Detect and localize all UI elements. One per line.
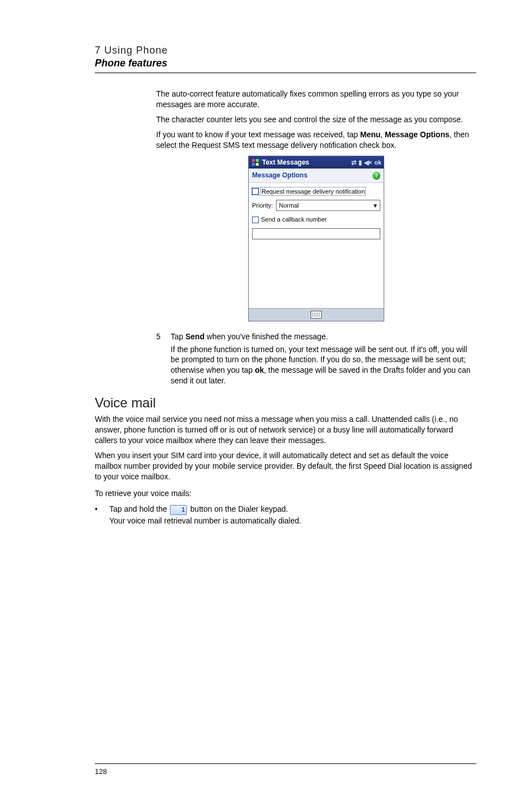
priority-select[interactable]: Normal ▼ (276, 200, 380, 211)
svg-rect-3 (256, 163, 259, 166)
voicemail-bullet-sub: Your voice mail retrieval number is auto… (109, 515, 476, 527)
intro-p2: The character counter lets you see and c… (156, 114, 476, 125)
intro-p3-mid: , (380, 130, 385, 139)
intro-p3-b1: Menu (360, 130, 381, 139)
step-5-text: Tap Send when you've finished the messag… (171, 331, 328, 342)
intro-block: The auto-correct feature automatically f… (156, 89, 476, 386)
start-icon[interactable] (251, 158, 260, 167)
svg-rect-0 (252, 159, 255, 162)
page-number: 128 (95, 763, 476, 776)
checkbox-callback[interactable] (252, 217, 259, 223)
svg-rect-2 (252, 163, 255, 166)
section-title: Phone features (95, 57, 476, 69)
svg-rect-1 (256, 159, 259, 162)
page: 7 Using Phone Phone features The auto-co… (0, 0, 532, 798)
intro-p3-pre: If you want to know if your text message… (156, 130, 360, 139)
help-icon[interactable]: ? (373, 172, 380, 180)
step-5-number: 5 (156, 331, 171, 342)
voicemail-bullet-text: Tap and hold the button on the Dialer ke… (109, 503, 476, 515)
step-5-follow-b: ok (255, 366, 264, 374)
checkbox-request-label: Request message delivery notification (261, 188, 365, 196)
mobile-subbar: Message Options ? (249, 169, 384, 182)
page-header: 7 Using Phone Phone features (95, 45, 476, 73)
voicemail-p1: With the voice mail service you need not… (95, 414, 476, 446)
voicemail-heading: Voice mail (95, 395, 476, 411)
mobile-subtitle: Message Options (252, 171, 307, 180)
step-5-b: Send (185, 332, 204, 341)
voicemail-bullet-post: button on the Dialer keypad. (188, 504, 288, 513)
voicemail-body: With the voice mail service you need not… (95, 414, 476, 527)
mobile-content: Request message delivery notification Pr… (249, 183, 384, 308)
connectivity-icon[interactable]: ⇄ (351, 158, 356, 167)
voicemail-p2: When you insert your SIM card into your … (95, 450, 476, 482)
checkbox-row-callback[interactable]: Send a callback number (252, 215, 380, 224)
step-5-followup: If the phone function is turned on, your… (171, 344, 476, 387)
volume-icon[interactable]: ◀× (364, 158, 372, 167)
intro-p3-b2: Message Options (385, 130, 449, 139)
mobile-bottombar (249, 308, 384, 321)
voicemail-bullet-pre: Tap and hold the (109, 504, 169, 513)
checkbox-callback-label: Send a callback number (261, 215, 327, 224)
chevron-down-icon: ▼ (372, 202, 379, 210)
ok-button[interactable]: ok (374, 158, 381, 167)
checkbox-row-request[interactable]: Request message delivery notification (252, 188, 380, 196)
step-5-post: when you've finished the message. (205, 332, 328, 341)
dialer-key-1-icon (170, 505, 187, 515)
step-5: 5 Tap Send when you've finished the mess… (156, 331, 476, 342)
screenshot-container: Text Messages ⇄ ▮ ◀× ok Message Options … (156, 156, 476, 321)
chapter-title: 7 Using Phone (95, 45, 476, 56)
bullet-dot: • (95, 503, 109, 515)
checkbox-request[interactable] (252, 188, 259, 195)
voicemail-task: To retrieve your voice mails: (95, 488, 476, 499)
mobile-titlebar: Text Messages ⇄ ▮ ◀× ok (249, 156, 384, 169)
mobile-tray: ⇄ ▮ ◀× ok (351, 158, 381, 167)
mobile-title: Text Messages (262, 158, 351, 167)
step-5-pre: Tap (171, 332, 185, 341)
mobile-window: Text Messages ⇄ ▮ ◀× ok Message Options … (248, 156, 384, 321)
signal-icon[interactable]: ▮ (359, 158, 362, 167)
voicemail-bullet: • Tap and hold the button on the Dialer … (95, 503, 476, 515)
priority-value: Normal (279, 201, 298, 210)
priority-label: Priority: (252, 201, 273, 210)
intro-p1: The auto-correct feature automatically f… (156, 89, 476, 110)
keyboard-icon[interactable] (311, 311, 322, 319)
callback-number-input[interactable] (252, 228, 380, 239)
intro-p3: If you want to know if your text message… (156, 129, 476, 151)
priority-row: Priority: Normal ▼ (252, 200, 380, 211)
